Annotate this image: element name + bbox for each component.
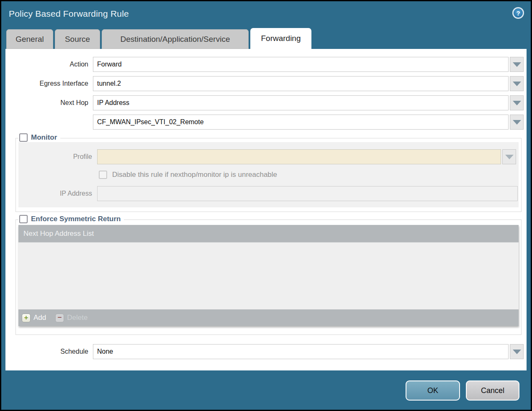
- next-hop-row: Next Hop IP Address: [5, 95, 524, 110]
- delete-button: − Delete: [55, 314, 87, 322]
- tab-bar: General Source Destination/Application/S…: [6, 28, 311, 49]
- next-hop-address-row: CF_MWAN_IPsec_VTI_02_Remote: [5, 115, 524, 130]
- next-hop-address-list-table: Next Hop Address List + Add − Delete: [18, 225, 519, 326]
- monitor-fieldset: Monitor Profile Disable this rule if nex…: [15, 138, 522, 212]
- schedule-select[interactable]: None: [93, 344, 509, 359]
- cancel-button[interactable]: Cancel: [466, 380, 519, 401]
- tab-general[interactable]: General: [6, 29, 53, 49]
- profile-dropdown-button: [502, 149, 516, 164]
- monitor-panel: Profile Disable this rule if nexthop/mon…: [18, 142, 519, 207]
- disable-rule-label: Disable this rule if nexthop/monitor ip …: [112, 171, 277, 179]
- next-hop-type-dropdown-button[interactable]: [510, 95, 524, 110]
- dialog-footer: OK Cancel: [1, 370, 531, 410]
- profile-row: Profile: [18, 149, 516, 164]
- enforce-symmetric-return-legend: Enforce Symmetric Return: [18, 215, 124, 223]
- chevron-down-icon: [513, 350, 521, 354]
- action-row: Action Forward: [5, 57, 524, 72]
- enforce-symmetric-return-legend-label: Enforce Symmetric Return: [31, 215, 121, 223]
- disable-rule-checkbox: [99, 171, 107, 179]
- chevron-down-icon: [513, 120, 521, 125]
- next-hop-type-select[interactable]: IP Address: [93, 95, 509, 110]
- plus-icon: +: [22, 314, 31, 322]
- next-hop-address-dropdown-button[interactable]: [510, 115, 524, 130]
- profile-label: Profile: [18, 153, 92, 161]
- monitor-ip-address-input: [97, 186, 518, 201]
- action-dropdown-button[interactable]: [510, 57, 524, 72]
- chevron-down-icon: [505, 155, 514, 159]
- egress-interface-select[interactable]: tunnel.2: [93, 76, 509, 91]
- disable-rule-row: Disable this rule if nexthop/monitor ip …: [99, 169, 519, 180]
- tab-forwarding[interactable]: Forwarding: [250, 28, 311, 49]
- delete-button-label: Delete: [67, 314, 87, 322]
- chevron-down-icon: [513, 62, 521, 67]
- schedule-label: Schedule: [5, 348, 88, 355]
- add-button[interactable]: + Add: [22, 314, 46, 322]
- title-bar: Policy Based Forwarding Rule ?: [1, 1, 531, 28]
- page-title: Policy Based Forwarding Rule: [9, 9, 129, 19]
- enforce-symmetric-return-checkbox[interactable]: [19, 215, 28, 223]
- schedule-dropdown-button[interactable]: [510, 344, 524, 359]
- next-hop-label: Next Hop: [5, 99, 88, 107]
- monitor-legend-label: Monitor: [31, 133, 57, 142]
- egress-interface-row: Egress Interface tunnel.2: [5, 76, 524, 91]
- action-label: Action: [5, 61, 88, 68]
- next-hop-address-list-header: Next Hop Address List: [18, 225, 519, 243]
- minus-icon: −: [55, 314, 64, 322]
- help-icon[interactable]: ?: [512, 7, 524, 19]
- chevron-down-icon: [513, 101, 521, 105]
- next-hop-address-list-body[interactable]: [18, 243, 519, 309]
- policy-based-forwarding-dialog: Policy Based Forwarding Rule ? General S…: [1, 1, 531, 410]
- monitor-ip-address-label: IP Address: [18, 190, 92, 197]
- profile-select: [97, 149, 501, 164]
- monitor-legend: Monitor: [18, 133, 60, 142]
- tab-source[interactable]: Source: [55, 29, 100, 49]
- forwarding-tab-panel: Action Forward Egress Interface tunnel.2…: [5, 49, 527, 370]
- monitor-ip-address-row: IP Address: [18, 186, 518, 201]
- next-hop-address-select[interactable]: CF_MWAN_IPsec_VTI_02_Remote: [93, 115, 509, 130]
- schedule-row: Schedule None: [5, 344, 524, 359]
- tab-destination-application-service[interactable]: Destination/Application/Service: [102, 29, 249, 49]
- egress-interface-label: Egress Interface: [5, 80, 88, 87]
- enforce-symmetric-return-fieldset: Enforce Symmetric Return Next Hop Addres…: [15, 220, 522, 335]
- add-button-label: Add: [33, 314, 46, 322]
- next-hop-address-list-footer: + Add − Delete: [18, 309, 519, 326]
- monitor-checkbox[interactable]: [19, 133, 28, 142]
- chevron-down-icon: [513, 82, 521, 86]
- action-select[interactable]: Forward: [93, 57, 509, 72]
- egress-interface-dropdown-button[interactable]: [510, 76, 524, 91]
- ok-button[interactable]: OK: [406, 380, 460, 401]
